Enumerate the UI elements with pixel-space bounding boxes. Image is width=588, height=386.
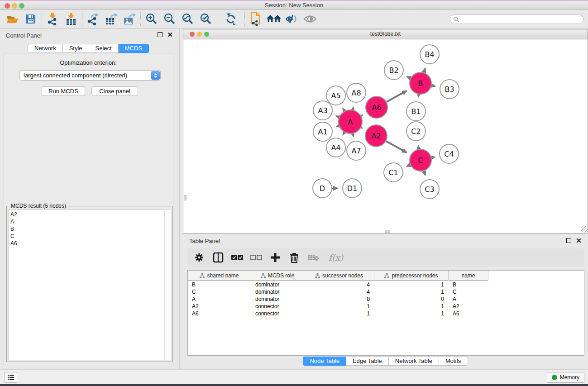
table-row[interactable]: A6connector11A6 xyxy=(188,310,584,318)
save-session-button[interactable] xyxy=(22,11,40,27)
zoom-window-button[interactable] xyxy=(19,3,24,9)
edge-A2-C[interactable] xyxy=(386,141,406,152)
mcds-result-item[interactable]: C xyxy=(10,233,165,240)
minimize-window-button[interactable] xyxy=(12,3,17,9)
mcds-result-item[interactable]: A2 xyxy=(10,211,165,218)
network-graph[interactable]: B4B2BB3A8A5A6A3B1AA1C2A2A4A7C4CC1DD1C3 xyxy=(184,39,587,233)
column-header-MCDS-role[interactable]: MCDS role xyxy=(251,271,304,281)
tab-mcds[interactable]: MCDS xyxy=(119,44,149,53)
table-settings-button[interactable] xyxy=(193,251,206,264)
table-tab-edge-table[interactable]: Edge Table xyxy=(346,357,389,366)
table-tab-node-table[interactable]: Node Table xyxy=(303,357,346,366)
cell-name: C xyxy=(449,289,488,296)
edge-A-A6[interactable] xyxy=(361,115,363,116)
minimize-network-button[interactable] xyxy=(197,32,202,37)
table-tab-motifs[interactable]: Motifs xyxy=(439,357,468,366)
mcds-result-item[interactable]: B xyxy=(10,225,165,233)
export-table-icon xyxy=(105,13,118,25)
zoom-fit-button[interactable] xyxy=(179,11,197,27)
edge-B-B4[interactable] xyxy=(424,68,425,73)
cell-successor-nodes: 8 xyxy=(304,296,374,303)
export-table-button[interactable] xyxy=(102,11,120,27)
cell-successor-nodes: 4 xyxy=(304,289,374,296)
table-row[interactable]: Adominator80A xyxy=(188,296,584,303)
control-panel-tabs: NetworkStyleSelectMCDS xyxy=(0,44,177,53)
new-network-button[interactable] xyxy=(247,11,265,27)
close-panel-button[interactable]: Close panel xyxy=(91,86,138,96)
close-panel-icon[interactable]: ✕ xyxy=(167,32,173,37)
panel-divider[interactable] xyxy=(179,29,180,369)
float-panel-icon[interactable] xyxy=(158,32,163,37)
edge-A-A4[interactable] xyxy=(343,133,344,135)
zoom-selected-button[interactable] xyxy=(197,11,215,27)
home-pages-button[interactable] xyxy=(265,11,283,27)
network-window-titlebar[interactable]: testGlobe.txt xyxy=(183,29,588,39)
column-header-predecessor-nodes[interactable]: predecessor nodes xyxy=(374,271,449,281)
zoom-in-button[interactable] xyxy=(143,11,161,27)
edge-C-C3[interactable] xyxy=(424,171,425,176)
node-label-A4: A4 xyxy=(331,143,340,152)
network-canvas[interactable]: B4B2BB3A8A5A6A3B1AA1C2A2A4A7C4CC1DD1C3 xyxy=(184,39,587,233)
export-network-button[interactable] xyxy=(84,11,102,27)
edge-A-A5[interactable] xyxy=(343,108,344,111)
close-table-panel-icon[interactable]: ✕ xyxy=(576,238,582,243)
criterion-dropdown[interactable]: largest connected component (directed) xyxy=(19,70,161,81)
cell-MCDS-role: dominator xyxy=(251,296,304,303)
deselect-all-columns-button[interactable] xyxy=(250,251,263,264)
memory-button[interactable]: Memory xyxy=(547,372,584,383)
table-row[interactable]: Bdominator41B xyxy=(188,281,584,289)
mcds-result-item[interactable]: A6 xyxy=(10,240,165,247)
create-column-button[interactable] xyxy=(269,251,282,264)
mcds-result-item[interactable]: A xyxy=(10,218,165,225)
run-mcds-button[interactable]: Run MCDS xyxy=(42,86,85,96)
search-input[interactable] xyxy=(450,14,583,24)
table-row[interactable]: Cdominator41C xyxy=(188,289,584,296)
zoom-out-button[interactable] xyxy=(161,11,179,27)
edge-B-B3[interactable] xyxy=(431,86,435,86)
show-panels-button[interactable] xyxy=(4,372,17,383)
close-network-button[interactable] xyxy=(190,32,195,37)
mcds-list-scrollbar[interactable] xyxy=(164,210,171,360)
column-header-name[interactable]: name xyxy=(449,271,488,281)
float-table-panel-icon[interactable] xyxy=(566,238,571,243)
edge-B-B1[interactable] xyxy=(418,95,419,97)
open-file-button[interactable] xyxy=(4,11,22,27)
edge-A-A7[interactable] xyxy=(353,133,353,136)
delete-table-button[interactable] xyxy=(307,251,320,264)
table-row[interactable]: A2connector11A2 xyxy=(188,303,584,310)
edge-A-A8[interactable] xyxy=(353,107,353,110)
vertical-scroll-thumb[interactable] xyxy=(184,195,186,200)
edge-C-C1[interactable] xyxy=(406,165,410,167)
refresh-layout-button[interactable] xyxy=(222,11,240,27)
import-table-button[interactable] xyxy=(62,11,80,27)
table-tab-network-table[interactable]: Network Table xyxy=(389,357,439,366)
edge-A-A3[interactable] xyxy=(336,116,339,117)
edge-A-A2[interactable] xyxy=(361,128,363,128)
show-columns-button[interactable] xyxy=(212,251,225,264)
function-builder-button[interactable]: f(x) xyxy=(326,251,346,264)
import-network-button[interactable] xyxy=(44,11,62,27)
cell-predecessor-nodes: 1 xyxy=(374,303,449,310)
resize-grip[interactable] xyxy=(581,226,587,233)
edge-C-C4[interactable] xyxy=(431,157,435,158)
close-window-button[interactable] xyxy=(5,3,10,9)
cell-shared-name: B xyxy=(188,281,251,289)
export-image-button[interactable] xyxy=(120,11,139,27)
edge-A-A1[interactable] xyxy=(336,126,339,127)
tab-select[interactable]: Select xyxy=(89,44,119,53)
cell-successor-nodes: 1 xyxy=(304,310,374,318)
edge-A6-B[interactable] xyxy=(387,91,406,102)
horizontal-scroll-thumb[interactable] xyxy=(385,230,390,233)
mcds-result-list[interactable]: A2ABCA6 xyxy=(8,210,165,360)
show-graphics-button[interactable] xyxy=(301,11,319,27)
select-all-columns-button[interactable] xyxy=(231,251,244,264)
zoom-network-button[interactable] xyxy=(204,32,209,37)
column-header-shared-name[interactable]: shared name xyxy=(188,271,251,281)
tab-style[interactable]: Style xyxy=(63,44,89,53)
tab-network[interactable]: Network xyxy=(28,44,63,53)
delete-column-button[interactable] xyxy=(288,251,301,264)
column-header-successor-nodes[interactable]: successor nodes xyxy=(304,271,374,281)
hide-graphics-button[interactable] xyxy=(283,11,301,27)
edge-B-B2[interactable] xyxy=(407,76,411,78)
edge-C-C2[interactable] xyxy=(418,146,419,149)
